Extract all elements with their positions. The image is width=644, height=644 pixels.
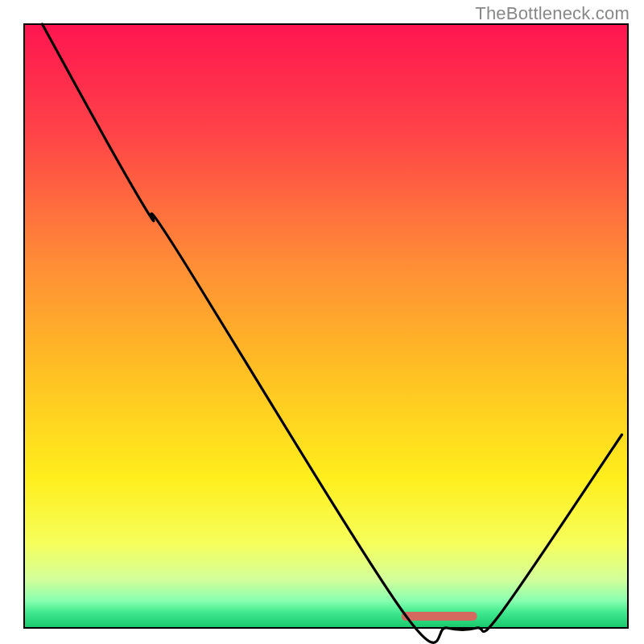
optimal-marker (402, 612, 477, 621)
plot-background (24, 24, 628, 628)
chart-svg (0, 0, 644, 644)
bottleneck-chart: TheBottleneck.com (0, 0, 644, 644)
watermark-text: TheBottleneck.com (475, 3, 630, 24)
